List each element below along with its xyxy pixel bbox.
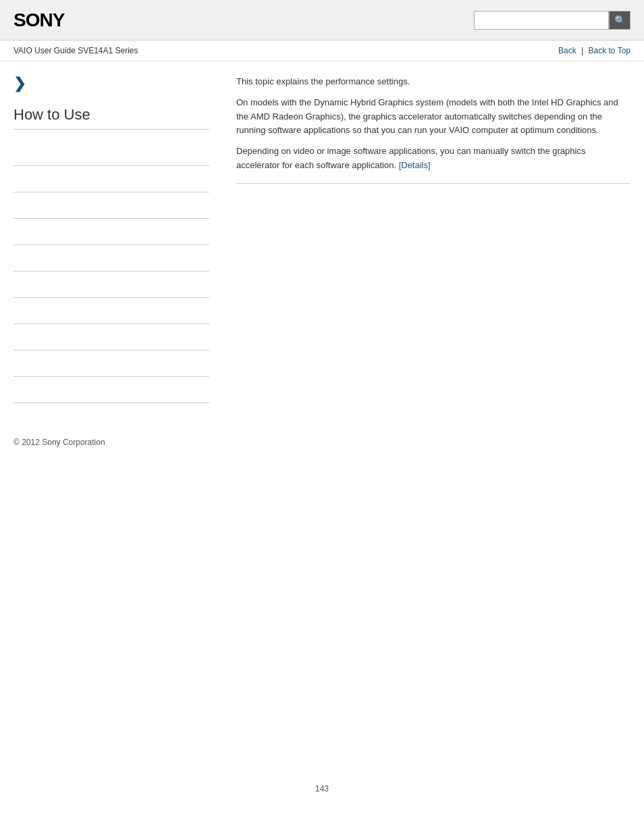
list-item[interactable]: [14, 192, 209, 219]
list-item[interactable]: [14, 245, 209, 271]
nav-links: Back | Back to Top: [558, 46, 630, 55]
search-input[interactable]: [474, 11, 609, 30]
page-number: 143: [302, 771, 342, 807]
search-area: 🔍: [474, 11, 630, 30]
copyright-text: © 2012 Sony Corporation: [14, 438, 105, 447]
back-to-top-link[interactable]: Back to Top: [589, 46, 630, 55]
sony-logo: SONY: [14, 9, 64, 31]
search-button[interactable]: 🔍: [609, 11, 630, 30]
list-item[interactable]: [14, 350, 209, 377]
breadcrumb: VAIO User Guide SVE14A1 Series: [14, 46, 138, 55]
nav-bar: VAIO User Guide SVE14A1 Series Back | Ba…: [0, 41, 644, 61]
content-paragraph-3: Depending on video or image software app…: [236, 145, 630, 173]
details-link[interactable]: [Details]: [399, 160, 431, 170]
list-item[interactable]: [14, 219, 209, 245]
sidebar: ❯ How to Use: [14, 75, 223, 403]
content-paragraph-1: This topic explains the performance sett…: [236, 75, 630, 89]
list-item[interactable]: [14, 166, 209, 192]
sidebar-nav-list: [14, 140, 209, 403]
chevron-right-icon: ❯: [14, 75, 209, 93]
main-content: ❯ How to Use This topic explains the per…: [0, 61, 644, 417]
list-item[interactable]: [14, 324, 209, 350]
list-item[interactable]: [14, 140, 209, 166]
content-divider: [236, 183, 630, 184]
nav-separator: |: [581, 46, 583, 55]
section-title: How to Use: [14, 106, 209, 130]
back-link[interactable]: Back: [558, 46, 576, 55]
list-item[interactable]: [14, 298, 209, 324]
header: SONY 🔍: [0, 0, 644, 41]
list-item[interactable]: [14, 271, 209, 298]
content-area: This topic explains the performance sett…: [223, 75, 630, 403]
content-paragraph-2: On models with the Dynamic Hybrid Graphi…: [236, 96, 630, 138]
footer: © 2012 Sony Corporation: [0, 417, 644, 461]
list-item[interactable]: [14, 377, 209, 403]
search-icon: 🔍: [614, 15, 626, 26]
